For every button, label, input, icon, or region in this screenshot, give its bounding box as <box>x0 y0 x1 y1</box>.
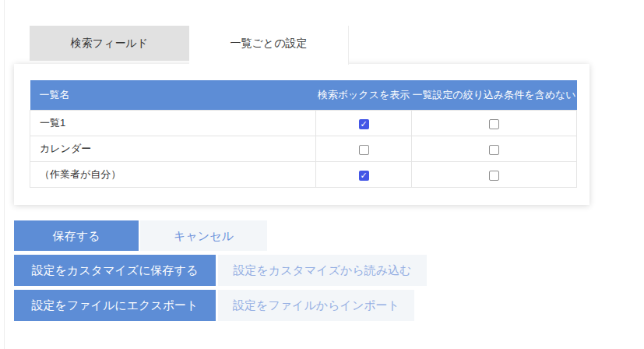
table-header-row: 一覧名 検索ボックスを表示 一覧設定の絞り込み条件を含めない <box>30 80 577 111</box>
show-search-box-checkbox[interactable] <box>359 119 369 129</box>
customize-row: 設定をカスタマイズに保存する 設定をカスタマイズから読み込む <box>14 255 427 286</box>
show-search-box-cell <box>316 162 412 188</box>
exclude-filter-cell <box>412 111 577 136</box>
export-to-file-button[interactable]: 設定をファイルにエクスポート <box>14 290 216 321</box>
header-cell-exclude-filter: 一覧設定の絞り込み条件を含めない <box>412 80 577 111</box>
tab-search-field[interactable]: 検索フィールド <box>30 26 189 61</box>
table-row: （作業者が自分） <box>30 162 577 188</box>
show-search-box-checkbox[interactable] <box>359 145 369 155</box>
save-button[interactable]: 保存する <box>14 220 139 251</box>
save-to-customize-button[interactable]: 設定をカスタマイズに保存する <box>14 255 216 286</box>
save-cancel-row: 保存する キャンセル <box>14 220 427 251</box>
tab-bar: 検索フィールド 一覧ごとの設定 <box>30 26 349 65</box>
action-buttons: 保存する キャンセル 設定をカスタマイズに保存する 設定をカスタマイズから読み込… <box>14 220 427 325</box>
exclude-filter-cell <box>412 136 577 162</box>
list-name-cell: カレンダー <box>30 136 316 162</box>
exclude-filter-checkbox[interactable] <box>489 119 499 129</box>
header-cell-show-search-box: 検索ボックスを表示 <box>316 80 412 111</box>
settings-table: 一覧名 検索ボックスを表示 一覧設定の絞り込み条件を含めない 一覧1 カレンダー <box>30 80 577 188</box>
cancel-button[interactable]: キャンセル <box>140 220 267 251</box>
tab-per-list-settings[interactable]: 一覧ごとの設定 <box>189 26 349 65</box>
show-search-box-cell <box>316 136 412 162</box>
file-row: 設定をファイルにエクスポート 設定をファイルからインポート <box>14 290 427 321</box>
list-name-cell: （作業者が自分） <box>30 162 316 188</box>
exclude-filter-cell <box>412 162 577 188</box>
show-search-box-cell <box>316 111 412 136</box>
import-from-file-button[interactable]: 設定をファイルからインポート <box>218 290 414 321</box>
show-search-box-checkbox[interactable] <box>359 171 369 181</box>
per-list-settings-panel: 一覧名 検索ボックスを表示 一覧設定の絞り込み条件を含めない 一覧1 カレンダー <box>14 64 589 205</box>
table-row: カレンダー <box>30 136 577 162</box>
table-row: 一覧1 <box>30 111 577 136</box>
window-edge-line <box>4 0 5 349</box>
load-from-customize-button[interactable]: 設定をカスタマイズから読み込む <box>218 255 427 286</box>
exclude-filter-checkbox[interactable] <box>489 171 499 181</box>
exclude-filter-checkbox[interactable] <box>489 145 499 155</box>
header-cell-list-name: 一覧名 <box>30 80 316 111</box>
list-name-cell: 一覧1 <box>30 111 316 136</box>
